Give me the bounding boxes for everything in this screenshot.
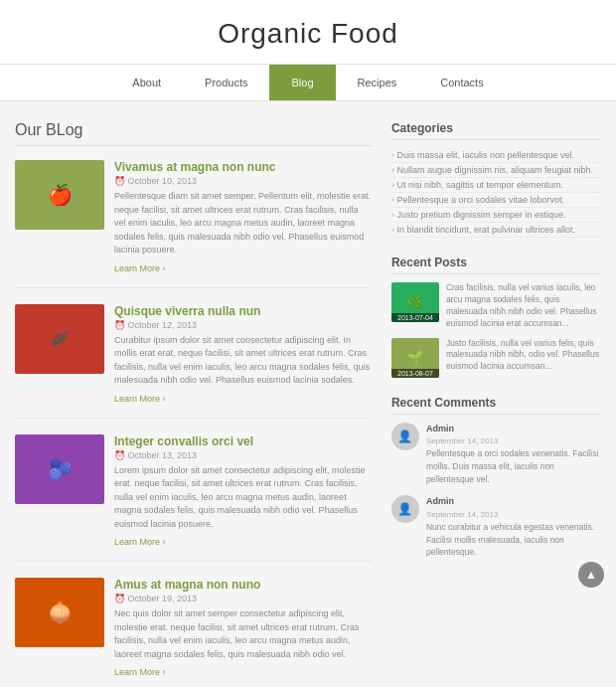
learn-more-2[interactable]: Learn More › bbox=[114, 394, 166, 404]
blog-post-title-2: Quisque viverra nulla nun bbox=[114, 304, 372, 318]
recent-post-text-2: Justo facilisis, nulla vel varius felis,… bbox=[446, 338, 601, 374]
sidebar-recent-comments: Recent Comments 👤 Admin September 14, 20… bbox=[391, 396, 601, 560]
blog-post: 🍎 Vivamus at magna non nunc ⏰ October 10… bbox=[15, 160, 372, 288]
blog-post-date-4: ⏰ October 19, 2013 bbox=[114, 594, 372, 603]
main-nav: About Products Blog Recipes Contacts bbox=[0, 65, 616, 101]
blog-post-image-4: 🧅 bbox=[15, 578, 104, 647]
comment-date-1: September 14, 2013 bbox=[426, 435, 601, 447]
avatar-2: 👤 bbox=[391, 495, 419, 523]
sidebar: Categories Duis massa elit, iaculis non … bbox=[391, 121, 601, 687]
blog-post-title-4: Amus at magna non nuno bbox=[114, 578, 372, 592]
nav-products[interactable]: Products bbox=[183, 65, 269, 100]
blog-post-content-4: Amus at magna non nuno ⏰ October 19, 201… bbox=[114, 578, 372, 677]
blog-post-image-2: 🌶 bbox=[15, 304, 104, 374]
nav-blog[interactable]: Blog bbox=[269, 65, 335, 100]
category-list: Duis massa elit, iaculis non pellentesqu… bbox=[391, 148, 601, 238]
site-title: Organic Food bbox=[0, 18, 616, 50]
list-item: Duis massa elit, iaculis non pellentesqu… bbox=[391, 148, 601, 163]
blog-post-excerpt-2: Curabitur ipsum dolor sit amet consectet… bbox=[114, 334, 372, 388]
recent-post-thumb-1: 🌿 2013-07-04 bbox=[391, 282, 439, 322]
blog-post-excerpt-1: Pellentesque diam sit amet semper. Pelle… bbox=[114, 190, 372, 258]
blog-post-image-1: 🍎 bbox=[15, 160, 104, 230]
blog-post-date-1: ⏰ October 10, 2013 bbox=[114, 176, 372, 186]
recent-post-date-1: 2013-07-04 bbox=[391, 313, 439, 322]
blog-post-excerpt-4: Nec quis dolor sit amet semper consectet… bbox=[114, 607, 372, 661]
blog-heading: Our BLog bbox=[15, 121, 372, 146]
blog-section: Our BLog 🍎 Vivamus at magna non nunc ⏰ O… bbox=[15, 121, 372, 687]
sidebar-categories: Categories Duis massa elit, iaculis non … bbox=[391, 121, 601, 238]
comment-author-1: Admin bbox=[426, 423, 601, 436]
nav-recipes[interactable]: Recipes bbox=[336, 65, 419, 100]
recent-post-thumb-2: 🌱 2013-08-07 bbox=[391, 338, 439, 378]
comment-text-2: Admin September 14, 2013 Nunc curabitur … bbox=[426, 495, 601, 559]
categories-heading: Categories bbox=[391, 121, 601, 140]
blog-post-excerpt-3: Lorem ipsum dolor sit amet consectetur a… bbox=[114, 464, 372, 532]
scroll-to-top-button[interactable]: ▲ bbox=[578, 562, 604, 588]
comment-date-2: September 14, 2013 bbox=[426, 509, 601, 521]
nav-about[interactable]: About bbox=[110, 65, 183, 100]
sidebar-recent-posts: Recent Posts 🌿 2013-07-04 Cras facilisis… bbox=[391, 256, 601, 378]
comment-item: 👤 Admin September 14, 2013 Nunc curabitu… bbox=[391, 495, 601, 559]
blog-post-content-3: Integer convallis orci vel ⏰ October 13,… bbox=[114, 434, 372, 548]
site-header: Organic Food bbox=[0, 0, 616, 65]
list-item: Pellentesque a orci sodales vitae loborv… bbox=[391, 193, 601, 208]
learn-more-3[interactable]: Learn More › bbox=[114, 537, 166, 547]
recent-post-date-2: 2013-08-07 bbox=[391, 369, 439, 378]
blog-post-content-1: Vivamus at magna non nunc ⏰ October 10, … bbox=[114, 160, 372, 273]
recent-posts-heading: Recent Posts bbox=[391, 256, 601, 274]
list-item: In blandit tincidunt, erat pulvinar ultr… bbox=[391, 223, 601, 238]
nav-contacts[interactable]: Contacts bbox=[418, 65, 505, 100]
blog-post-content-2: Quisque viverra nulla nun ⏰ October 12, … bbox=[114, 304, 372, 404]
comment-text-1: Admin September 14, 2013 Pellentesque a … bbox=[426, 423, 601, 486]
list-item: Ut nisi nibh, sagittis ut tempor element… bbox=[391, 178, 601, 193]
recent-comments-heading: Recent Comments bbox=[391, 396, 601, 415]
recent-post-text-1: Cras facilisis, nulla vel varius iaculis… bbox=[446, 282, 601, 330]
blog-post-title-1: Vivamus at magna non nunc bbox=[114, 160, 372, 174]
learn-more-4[interactable]: Learn More › bbox=[114, 667, 166, 677]
blog-post-date-2: ⏰ October 12, 2013 bbox=[114, 320, 372, 330]
comment-item: 👤 Admin September 14, 2013 Pellentesque … bbox=[391, 423, 601, 486]
blog-post: 🧅 Amus at magna non nuno ⏰ October 19, 2… bbox=[15, 578, 372, 687]
blog-post: 🫐 Integer convallis orci vel ⏰ October 1… bbox=[15, 434, 372, 563]
list-item: Justo pretium dignissim semper in estiqu… bbox=[391, 208, 601, 223]
list-item: Nullam augue dignissim nis, aliquam feug… bbox=[391, 163, 601, 178]
blog-post-image-3: 🫐 bbox=[15, 434, 104, 504]
blog-post-date-3: ⏰ October 13, 2013 bbox=[114, 450, 372, 460]
blog-post-title-3: Integer convallis orci vel bbox=[114, 434, 372, 448]
comment-author-2: Admin bbox=[426, 495, 601, 509]
main-container: Our BLog 🍎 Vivamus at magna non nunc ⏰ O… bbox=[0, 101, 616, 687]
recent-post-item: 🌱 2013-08-07 Justo facilisis, nulla vel … bbox=[391, 338, 601, 378]
avatar-1: 👤 bbox=[391, 423, 419, 450]
recent-post-item: 🌿 2013-07-04 Cras facilisis, nulla vel v… bbox=[391, 282, 601, 330]
blog-post: 🌶 Quisque viverra nulla nun ⏰ October 12… bbox=[15, 304, 372, 419]
learn-more-1[interactable]: Learn More › bbox=[114, 263, 166, 273]
